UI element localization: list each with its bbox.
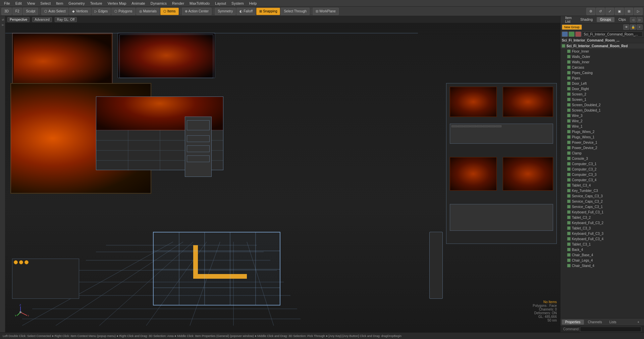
menu-vertex-map[interactable]: Vertex Map bbox=[105, 0, 129, 6]
color-swatch-1[interactable] bbox=[562, 31, 568, 37]
viewport-arrow-btn[interactable]: ▷ bbox=[634, 8, 643, 15]
group-checkbox[interactable] bbox=[567, 173, 571, 176]
polygons-button[interactable]: ⬡ Polygons bbox=[111, 8, 135, 15]
group-item[interactable]: Plugs_Wires_1 bbox=[560, 134, 644, 140]
group-checkbox[interactable] bbox=[567, 259, 571, 262]
falloff-button[interactable]: ◐ Falloff bbox=[236, 8, 256, 15]
group-item[interactable]: Clamp bbox=[560, 150, 644, 156]
group-item[interactable]: Power_Device_2 bbox=[560, 145, 644, 150]
group-item[interactable]: Chair_Legs_4 bbox=[560, 258, 644, 263]
group-item[interactable]: Wire_2 bbox=[560, 118, 644, 124]
tab-channels[interactable]: Channels bbox=[585, 320, 605, 325]
color-swatch-2[interactable] bbox=[569, 31, 575, 37]
group-checkbox[interactable] bbox=[567, 114, 571, 117]
viewport-options-btn[interactable]: ⚙ bbox=[586, 8, 595, 15]
group-checkbox[interactable] bbox=[567, 141, 571, 144]
group-item[interactable]: Tablet_C3_3 bbox=[560, 225, 644, 231]
menu-file[interactable]: File bbox=[1, 0, 13, 6]
materials-button[interactable]: ◎ Materials bbox=[136, 8, 160, 15]
viewport-refresh-btn[interactable]: ↺ bbox=[596, 8, 605, 15]
group-item[interactable]: Carcass bbox=[560, 65, 644, 70]
menu-geometry[interactable]: Geometry bbox=[66, 0, 87, 6]
tab-item-list[interactable]: Item List bbox=[562, 15, 576, 24]
group-checkbox[interactable] bbox=[567, 232, 571, 235]
tab-groups[interactable]: Groups bbox=[597, 17, 614, 22]
groups-lock-btn[interactable]: 🔒 bbox=[630, 24, 636, 30]
groups-list[interactable]: Sci_Fi_Interior_Command_Room_RedFloor_In… bbox=[560, 43, 644, 318]
group-item[interactable]: Tablet_C3_1 bbox=[560, 242, 644, 247]
3d-viewport[interactable]: Perspective Advanced Ray GL: Off bbox=[5, 16, 560, 332]
group-item[interactable]: Service_Caps_C3_3 bbox=[560, 193, 644, 199]
group-item[interactable]: Computer_C3_4 bbox=[560, 177, 644, 183]
menu-layout[interactable]: Layout bbox=[212, 0, 229, 6]
group-item[interactable]: Walls_Outer bbox=[560, 54, 644, 59]
group-item[interactable]: Tablet_C3_4 bbox=[560, 183, 644, 188]
sidebar-tab-tools[interactable]: T bbox=[0, 23, 5, 27]
auto-select-button[interactable]: ⬡ Auto Select bbox=[41, 8, 68, 15]
group-checkbox[interactable] bbox=[567, 226, 571, 230]
group-checkbox[interactable] bbox=[567, 205, 571, 208]
group-checkbox[interactable] bbox=[567, 157, 571, 160]
group-item[interactable]: Keyboard_Full_C3_1 bbox=[560, 209, 644, 215]
viewport-maximize-btn[interactable]: ▣ bbox=[615, 8, 624, 15]
group-checkbox[interactable] bbox=[567, 189, 571, 192]
group-checkbox[interactable] bbox=[567, 82, 571, 85]
tab-clips[interactable]: Clips bbox=[615, 17, 629, 22]
group-item[interactable]: Console_3 bbox=[560, 156, 644, 161]
group-item[interactable]: Computer_C3_3 bbox=[560, 172, 644, 177]
group-checkbox[interactable] bbox=[567, 237, 571, 241]
group-item[interactable]: Sci_Fi_Interior_Command_Room_Red bbox=[560, 43, 644, 49]
color-swatch-3[interactable] bbox=[575, 31, 581, 37]
perspective-tag[interactable]: Perspective bbox=[7, 17, 30, 22]
group-item[interactable]: Keyboard_Full_C3_4 bbox=[560, 236, 644, 242]
group-checkbox[interactable] bbox=[567, 151, 571, 155]
group-item[interactable]: Screen_1 bbox=[560, 97, 644, 102]
viewport-fit-btn[interactable]: ⤢ bbox=[605, 8, 614, 15]
group-checkbox[interactable] bbox=[567, 55, 571, 58]
group-item[interactable]: Chair_Stand_4 bbox=[560, 263, 644, 268]
mode-f2-button[interactable]: F2 bbox=[12, 8, 22, 15]
vertices-button[interactable]: ◆ Vertices bbox=[69, 8, 91, 15]
group-checkbox[interactable] bbox=[567, 125, 571, 128]
group-item[interactable]: Door_Left bbox=[560, 81, 644, 86]
groups-new-btn[interactable]: New Group bbox=[562, 24, 582, 30]
viewport-split-btn[interactable]: ⊞ bbox=[625, 8, 633, 15]
group-checkbox[interactable] bbox=[567, 98, 571, 101]
group-checkbox[interactable] bbox=[567, 92, 571, 96]
menu-render[interactable]: Render bbox=[169, 0, 187, 6]
group-item[interactable]: Tablet_C3_2 bbox=[560, 215, 644, 220]
group-checkbox[interactable] bbox=[567, 200, 571, 203]
menu-item[interactable]: Item bbox=[53, 0, 66, 6]
group-item[interactable]: Service_Caps_C3_1 bbox=[560, 204, 644, 209]
group-checkbox[interactable] bbox=[567, 162, 571, 165]
advanced-tag[interactable]: Advanced bbox=[32, 17, 52, 22]
symmetry-button[interactable]: Symmetry bbox=[215, 8, 236, 15]
group-item[interactable]: Screen_Doubled_2 bbox=[560, 102, 644, 108]
menu-help[interactable]: Help bbox=[247, 0, 260, 6]
group-item[interactable]: Pipes_Casing bbox=[560, 70, 644, 75]
group-checkbox[interactable] bbox=[567, 184, 571, 187]
menu-view[interactable]: View bbox=[24, 0, 38, 6]
command-input[interactable] bbox=[580, 327, 641, 332]
group-item[interactable]: Screen_2 bbox=[560, 91, 644, 97]
menu-maxtomodo[interactable]: MaxToModo bbox=[187, 0, 212, 6]
group-checkbox[interactable] bbox=[567, 146, 571, 149]
group-item[interactable]: Walls_Inner bbox=[560, 59, 644, 65]
workplane-button[interactable]: ⊟ WorkPlane bbox=[313, 8, 339, 15]
group-checkbox[interactable] bbox=[567, 50, 571, 53]
group-item[interactable]: Door_Right bbox=[560, 86, 644, 91]
snapping-button[interactable]: ⊞ Snapping bbox=[256, 8, 280, 15]
groups-eye-btn[interactable]: 👁 bbox=[623, 24, 629, 30]
group-checkbox[interactable] bbox=[567, 60, 571, 64]
group-checkbox[interactable] bbox=[567, 248, 571, 251]
group-item[interactable]: Power_Device_1 bbox=[560, 140, 644, 145]
menu-texture[interactable]: Texture bbox=[88, 0, 105, 6]
group-item[interactable]: Back_4 bbox=[560, 247, 644, 252]
menu-edit[interactable]: Edit bbox=[13, 0, 24, 6]
select-through-button[interactable]: Select Through bbox=[281, 8, 310, 15]
group-item[interactable]: Computer_C3_1 bbox=[560, 161, 644, 166]
tab-properties[interactable]: Properties bbox=[562, 320, 584, 325]
group-item[interactable]: Service_Caps_C3_2 bbox=[560, 199, 644, 204]
sidebar-tab-settings[interactable]: S bbox=[0, 17, 5, 22]
group-item[interactable]: Keyboard_Full_C3_2 bbox=[560, 220, 644, 225]
